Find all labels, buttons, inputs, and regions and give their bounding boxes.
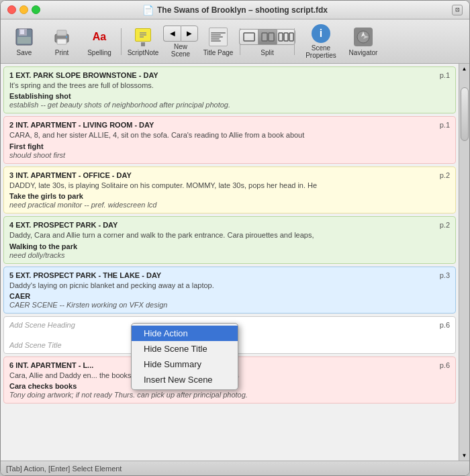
scene-page-5: p.3 <box>440 271 450 279</box>
context-menu-insert-new-scene[interactable]: Insert New Scene <box>132 372 238 387</box>
svg-rect-16 <box>289 33 293 41</box>
svg-rect-7 <box>66 36 67 38</box>
split-single[interactable] <box>239 29 258 45</box>
scroll-thumb[interactable] <box>461 87 469 141</box>
split-label: Split <box>261 49 273 56</box>
scene-title-6: 6 INT. APARTMENT - L... <box>9 361 93 369</box>
svg-rect-5 <box>57 30 66 36</box>
scroll-up[interactable]: ▲ <box>460 64 469 74</box>
scene-action-2: CARA, 8, and her sister ALLIE, 4, sit on… <box>9 130 450 140</box>
scene-note-5: CAER <box>9 292 450 300</box>
window-title: 📄 The Swans of Brooklyn – shooting scrip… <box>142 5 328 15</box>
svg-rect-3 <box>17 37 31 44</box>
scene-card-3[interactable]: 3 INT. APARTMENT - OFFICE - DAY p.2 DADD… <box>3 166 456 213</box>
save-button[interactable]: Save <box>6 23 42 60</box>
scene-note-1: Establishing shot <box>9 92 450 100</box>
toolbar: Save Print Aa Spelling <box>1 19 469 64</box>
scene-card-1[interactable]: 1 EXT. PARK SLOPE BROWNSTONE - DAY p.1 I… <box>3 66 456 113</box>
scene-title-4: 4 EXT. PROSPECT PARK - DAY <box>9 221 117 229</box>
next-scene-button[interactable]: ▶ <box>181 26 198 42</box>
expand-button[interactable]: ⊡ <box>452 5 463 15</box>
scene-action-1: It's spring and the trees are full of bl… <box>9 81 450 91</box>
zoom-button[interactable] <box>32 5 40 14</box>
save-label: Save <box>17 49 32 56</box>
svg-rect-15 <box>284 33 288 41</box>
spelling-button[interactable]: Aa Spelling <box>81 23 117 60</box>
scene-action-5: Daddy's laying on picnic blanket and pec… <box>9 281 450 291</box>
main-window: 📄 The Swans of Brooklyn – shooting scrip… <box>0 0 470 476</box>
print-label: Print <box>55 49 69 56</box>
context-menu-hide-action[interactable]: Hide Action <box>132 326 238 341</box>
newscene-button[interactable]: ◀ ▶ New Scene <box>162 23 199 60</box>
scroll-down[interactable]: ▼ <box>460 450 469 461</box>
sceneprops-label: Scene Properties <box>299 44 342 59</box>
empty-scene-container: Add Scene Heading p.6 Add Scene Title Hi… <box>3 316 456 354</box>
main-content: 1 EXT. PARK SLOPE BROWNSTONE - DAY p.1 I… <box>1 64 469 461</box>
minimize-button[interactable] <box>19 5 28 14</box>
scene-note-detail-6: Tony doing artwork; if not ready Thurs. … <box>9 391 450 399</box>
scene-page-2: p.1 <box>440 121 450 129</box>
scene-card-4[interactable]: 4 EXT. PROSPECT PARK - DAY p.2 Daddy, Ca… <box>3 216 456 263</box>
scene-title-3: 3 INT. APARTMENT - OFFICE - DAY <box>9 171 132 179</box>
scrollbar[interactable]: ▲ ▼ <box>459 64 469 461</box>
newscene-label: New Scene <box>164 43 197 58</box>
document-icon: 📄 <box>142 5 154 15</box>
scene-header-1: 1 EXT. PARK SLOPE BROWNSTONE - DAY p.1 <box>9 71 450 79</box>
scriptnote-label: ScriptNote <box>128 49 159 56</box>
scene-action-4: Daddy, Cara and Allie turn a corner and … <box>9 230 450 240</box>
scene-note-3: Take the girls to park <box>9 192 450 200</box>
scriptnote-button[interactable]: ScriptNote <box>125 23 161 60</box>
traffic-lights <box>7 5 40 14</box>
add-scene-heading: Add Scene Heading <box>9 321 75 329</box>
context-menu-hide-scene-title[interactable]: Hide Scene Title <box>132 341 238 356</box>
scene-note-detail-3: need practical monitor -- pref. widescre… <box>9 201 450 209</box>
scene-header-5: 5 EXT. PROSPECT PARK - THE LAKE - DAY p.… <box>9 271 450 279</box>
scene-note-detail-1: establish -- get beauty shots of neighbo… <box>9 101 450 109</box>
titlebar: 📄 The Swans of Brooklyn – shooting scrip… <box>1 1 469 19</box>
svg-rect-6 <box>57 39 66 44</box>
svg-rect-14 <box>279 33 283 41</box>
split-button[interactable]: Split <box>244 23 291 60</box>
split-triple[interactable] <box>277 29 295 45</box>
print-button[interactable]: Print <box>44 23 80 60</box>
scene-note-detail-4: need dolly/tracks <box>9 251 450 259</box>
scene-page-empty: p.6 <box>440 321 450 329</box>
spelling-label: Spelling <box>87 49 111 56</box>
scene-header-4: 4 EXT. PROSPECT PARK - DAY p.2 <box>9 221 450 229</box>
svg-rect-11 <box>244 33 254 41</box>
close-button[interactable] <box>7 5 16 14</box>
scene-action-3: DADDY, late 30s, is playing Solitaire on… <box>9 181 450 191</box>
context-menu-hide-summary[interactable]: Hide Summary <box>132 356 238 372</box>
statusbar-text: [Tab] Action, [Enter] Select Element <box>6 465 122 473</box>
scene-header-2: 2 INT. APARTMENT - LIVING ROOM - DAY p.1 <box>9 121 450 129</box>
statusbar: [Tab] Action, [Enter] Select Element <box>1 461 469 475</box>
svg-rect-12 <box>262 33 267 41</box>
split-double[interactable] <box>258 29 277 45</box>
scene-note-4: Walking to the park <box>9 242 450 250</box>
scene-page-6: p.6 <box>440 361 450 369</box>
scene-page-1: p.1 <box>440 71 450 79</box>
scene-card-5[interactable]: 5 EXT. PROSPECT PARK - THE LAKE - DAY p.… <box>3 267 456 314</box>
scene-list: 1 EXT. PARK SLOPE BROWNSTONE - DAY p.1 I… <box>1 64 459 461</box>
titlepage-label: Title Page <box>203 49 234 56</box>
scene-page-4: p.2 <box>440 221 450 229</box>
toolbar-separator-1 <box>121 28 122 55</box>
prev-scene-button[interactable]: ◀ <box>163 26 181 42</box>
navigator-label: Navigator <box>349 49 378 56</box>
scene-title-5: 5 EXT. PROSPECT PARK - THE LAKE - DAY <box>9 271 161 279</box>
scene-title-1: 1 EXT. PARK SLOPE BROWNSTONE - DAY <box>9 71 158 79</box>
svg-rect-2 <box>20 30 24 34</box>
scene-card-2[interactable]: 2 INT. APARTMENT - LIVING ROOM - DAY p.1… <box>3 116 456 163</box>
titlepage-button[interactable]: Title Page <box>200 23 236 60</box>
toolbar-separator-3 <box>294 28 295 55</box>
svg-rect-13 <box>269 33 274 41</box>
scene-note-detail-5: CAER SCENE -- Kirsten working on VFX des… <box>9 301 450 309</box>
scene-page-3: p.2 <box>440 171 450 179</box>
scene-title-2: 2 INT. APARTMENT - LIVING ROOM - DAY <box>9 121 154 129</box>
scene-note-2: First fight <box>9 142 450 150</box>
scene-note-detail-2: should shoot first <box>9 151 450 159</box>
context-menu: Hide Action Hide Scene Title Hide Summar… <box>131 323 238 390</box>
sceneprops-button[interactable]: i Scene Properties <box>298 23 344 60</box>
navigator-button[interactable]: Navigator <box>345 23 381 60</box>
scene-header-3: 3 INT. APARTMENT - OFFICE - DAY p.2 <box>9 171 450 179</box>
